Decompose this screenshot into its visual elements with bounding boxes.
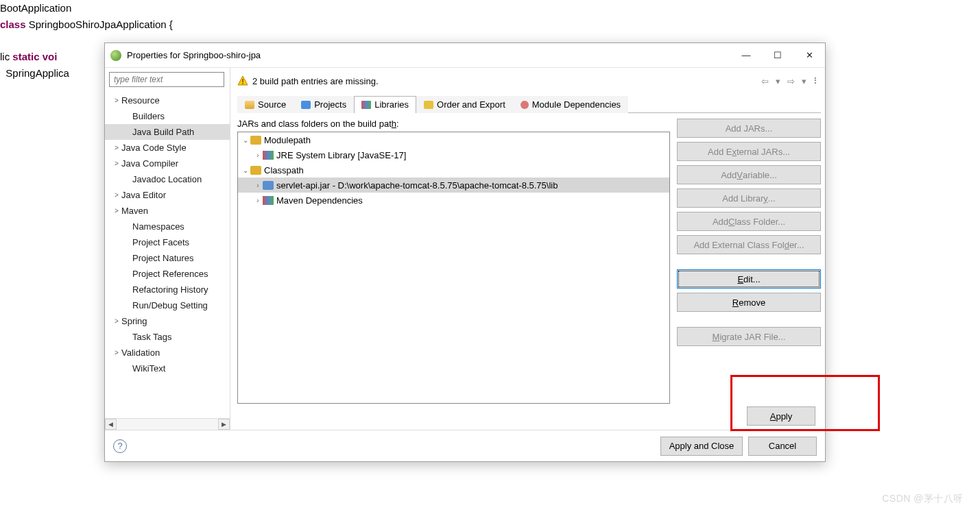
close-button[interactable]: ✕	[793, 43, 825, 67]
tab-icon	[301, 101, 311, 109]
tree-label: JARs and class folders on the build path…	[237, 119, 670, 129]
horizontal-scrollbar[interactable]: ◀ ▶	[105, 418, 230, 430]
tabs: SourceProjectsLibrariesOrder and ExportM…	[237, 95, 821, 113]
svg-rect-0	[242, 79, 243, 82]
library-icon	[263, 151, 274, 160]
nav-item-javadoc-location[interactable]: Javadoc Location	[105, 171, 230, 187]
expand-icon: >	[112, 160, 121, 167]
dialog-footer: ? Apply and Close Cancel	[105, 430, 825, 461]
modulepath-icon	[250, 136, 261, 145]
nav-item-java-code-style[interactable]: >Java Code Style	[105, 140, 230, 156]
tab-icon	[521, 101, 529, 109]
nav-item-java-build-path[interactable]: Java Build Path	[105, 124, 230, 140]
forward-menu-icon[interactable]: ▾	[800, 76, 809, 86]
expand-icon: >	[112, 97, 121, 104]
tab-icon	[361, 101, 371, 109]
tree-node-servlet-jar[interactable]: ›servlet-api.jar - D:\work\apache-tomcat…	[238, 178, 669, 193]
cancel-button[interactable]: Cancel	[748, 437, 817, 456]
add-external-class-folder-button[interactable]: Add External Class Folder...	[677, 235, 821, 254]
add-jars-button[interactable]: Add JARs...	[677, 119, 821, 138]
add-class-folder-button[interactable]: Add Class Folder...	[677, 212, 821, 231]
back-menu-icon[interactable]: ▾	[774, 76, 782, 86]
nav-item-project-facets[interactable]: Project Facets	[105, 234, 230, 250]
maximize-button[interactable]: ☐	[762, 43, 793, 67]
button-panel: Add JARs... Add External JARs... Add Var…	[677, 119, 821, 404]
tab-libraries[interactable]: Libraries	[354, 96, 416, 113]
tab-projects[interactable]: Projects	[294, 96, 354, 113]
remove-button[interactable]: Remove	[677, 293, 821, 312]
tab-source[interactable]: Source	[237, 96, 294, 113]
expand-icon: >	[112, 191, 121, 199]
nav-item-maven[interactable]: >Maven	[105, 203, 230, 219]
warning-icon	[237, 75, 248, 86]
expand-icon: >	[112, 317, 121, 325]
tab-icon	[245, 101, 254, 109]
view-menu-icon[interactable]: ⠇	[811, 76, 821, 86]
tab-icon	[424, 101, 433, 109]
apply-and-close-button[interactable]: Apply and Close	[660, 437, 743, 456]
highlight-box	[730, 375, 880, 431]
nav-item-builders[interactable]: Builders	[105, 108, 230, 124]
filter-input[interactable]	[109, 72, 224, 87]
add-library-button[interactable]: Add Library...	[677, 188, 821, 208]
libraries-tree[interactable]: ⌄Modulepath ›JRE System Library [JavaSE-…	[237, 132, 670, 404]
back-icon[interactable]: ⇦	[759, 76, 771, 86]
sidebar: >ResourceBuildersJava Build Path>Java Co…	[105, 68, 230, 430]
migrate-jar-button[interactable]: Migrate JAR File...	[677, 327, 821, 346]
tree-node-classpath[interactable]: ⌄Classpath	[238, 162, 669, 178]
tab-order-and-export[interactable]: Order and Export	[416, 96, 513, 113]
nav-item-project-references[interactable]: Project References	[105, 266, 230, 282]
expand-icon: >	[112, 207, 121, 215]
tab-module-dependencies[interactable]: Module Dependencies	[513, 96, 628, 113]
watermark: CSDN @茅十八呀	[882, 493, 964, 505]
edit-button[interactable]: Edit...	[677, 269, 821, 289]
nav-item-run-debug-setting[interactable]: Run/Debug Setting	[105, 297, 230, 313]
classpath-icon	[250, 166, 261, 175]
nav-item-validation[interactable]: >Validation	[105, 345, 230, 361]
tree-node-jre[interactable]: ›JRE System Library [JavaSE-17]	[238, 147, 669, 162]
nav-item-resource[interactable]: >Resource	[105, 93, 230, 108]
warning-message: 2 build path entries are missing.	[252, 76, 759, 86]
minimize-button[interactable]: —	[730, 43, 762, 67]
add-external-jars-button[interactable]: Add External JARs...	[677, 142, 821, 161]
expand-icon: >	[112, 349, 121, 356]
help-icon[interactable]: ?	[113, 439, 127, 453]
jar-icon	[263, 181, 274, 190]
nav-item-project-natures[interactable]: Project Natures	[105, 250, 230, 266]
nav-item-refactoring-history[interactable]: Refactoring History	[105, 282, 230, 297]
nav-item-wikitext[interactable]: WikiText	[105, 361, 230, 376]
expand-icon: >	[112, 144, 121, 151]
properties-dialog: Properties for Springboo-shiro-jpa — ☐ ✕…	[104, 42, 826, 462]
nav-tree: >ResourceBuildersJava Build Path>Java Co…	[105, 91, 230, 418]
nav-item-java-compiler[interactable]: >Java Compiler	[105, 156, 230, 171]
nav-item-java-editor[interactable]: >Java Editor	[105, 187, 230, 203]
app-icon	[110, 50, 121, 61]
tree-node-modulepath[interactable]: ⌄Modulepath	[238, 132, 669, 147]
tree-node-maven-deps[interactable]: ›Maven Dependencies	[238, 193, 669, 208]
library-icon	[263, 196, 274, 205]
add-variable-button[interactable]: Add Variable...	[677, 165, 821, 184]
scroll-right-icon[interactable]: ▶	[218, 419, 230, 430]
window-title: Properties for Springboo-shiro-jpa	[127, 50, 730, 60]
nav-item-namespaces[interactable]: Namespaces	[105, 219, 230, 234]
forward-icon[interactable]: ⇨	[785, 76, 797, 86]
scroll-left-icon[interactable]: ◀	[105, 419, 117, 430]
titlebar: Properties for Springboo-shiro-jpa — ☐ ✕	[105, 43, 825, 68]
svg-rect-1	[242, 83, 243, 84]
nav-item-spring[interactable]: >Spring	[105, 313, 230, 329]
nav-item-task-tags[interactable]: Task Tags	[105, 329, 230, 345]
